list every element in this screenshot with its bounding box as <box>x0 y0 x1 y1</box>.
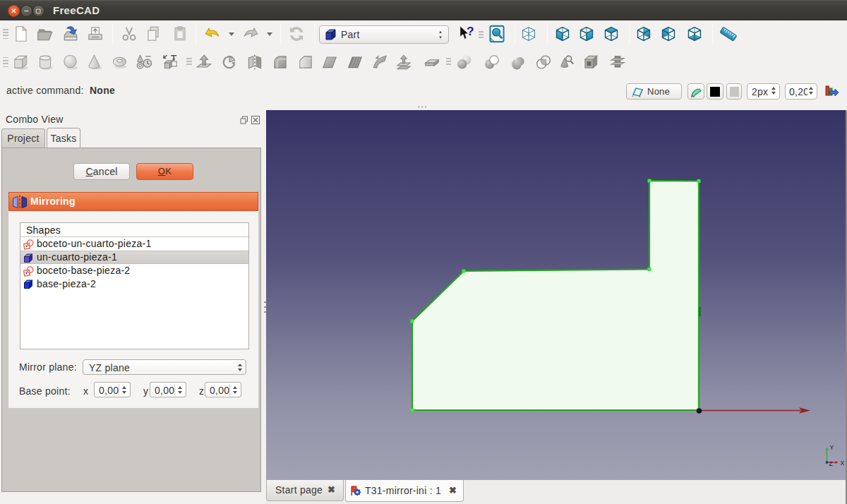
svg-text:?: ? <box>467 25 474 38</box>
svg-text:X: X <box>841 460 845 467</box>
svg-text:Y: Y <box>830 444 834 451</box>
svg-text:Z: Z <box>829 460 833 467</box>
